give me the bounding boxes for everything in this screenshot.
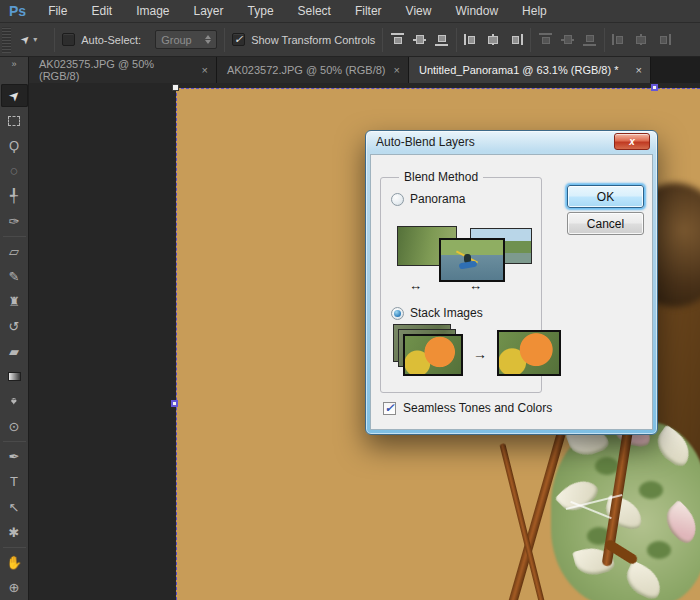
eraser-tool[interactable]: ▰ <box>1 340 28 363</box>
dialog-close-button[interactable]: x <box>614 133 650 150</box>
close-icon[interactable]: × <box>394 64 400 76</box>
panorama-radio-label: Panorama <box>410 192 465 206</box>
crop-icon: ╃ <box>10 189 18 202</box>
distribute-left-edges-icon[interactable] <box>612 33 627 46</box>
crop-tool[interactable]: ╃ <box>1 184 28 207</box>
dodge-tool[interactable]: ⊙ <box>1 415 28 438</box>
auto-select-label: Auto-Select: <box>81 34 141 46</box>
tool-preset-picker[interactable]: ➤ ▾ <box>15 31 43 48</box>
quick-selection-icon: ◌ <box>10 164 18 177</box>
align-bottom-edges-icon[interactable] <box>434 33 449 46</box>
history-brush-tool[interactable]: ↺ <box>1 315 28 338</box>
menu-item-select[interactable]: Select <box>286 0 343 23</box>
divider <box>530 28 531 52</box>
menu-item-edit[interactable]: Edit <box>79 0 124 23</box>
close-icon: x <box>629 136 635 147</box>
align-horizontal-centers-icon[interactable] <box>486 33 501 46</box>
close-icon[interactable]: × <box>636 64 642 76</box>
menu-item-type[interactable]: Type <box>236 0 286 23</box>
rectangular-marquee-icon <box>8 116 20 126</box>
move-tool-icon: ➤ <box>6 87 23 104</box>
transform-handle-top-left[interactable] <box>172 84 179 91</box>
eyedropper-icon: ✑ <box>9 215 20 228</box>
stack-front-photo <box>403 334 463 376</box>
path-selection-icon: ↖ <box>9 501 20 514</box>
dropdown-arrows-icon <box>205 35 211 44</box>
chevron-down-icon: ▾ <box>33 35 37 44</box>
rectangular-marquee-tool[interactable] <box>1 109 28 132</box>
dialog-title: Auto-Blend Layers <box>376 135 475 149</box>
brush-tool[interactable]: ✎ <box>1 265 28 288</box>
distribute-vertical-centers-icon[interactable] <box>560 33 575 46</box>
stack-images-radio[interactable]: Stack Images <box>391 306 483 320</box>
overlap-arrow-icon: ↔ <box>409 278 422 293</box>
checkbox-checked-icon[interactable]: ✓ <box>383 402 396 415</box>
blend-method-group-label: Blend Method <box>399 170 483 184</box>
quick-selection-tool[interactable]: ◌ <box>1 159 28 182</box>
seamless-tones-checkbox-row[interactable]: ✓ Seamless Tones and Colors <box>383 401 552 415</box>
eyedropper-tool[interactable]: ✑ <box>1 209 28 232</box>
radio-unselected-icon <box>391 193 404 206</box>
close-icon[interactable]: × <box>202 64 208 76</box>
type-tool[interactable]: T <box>1 470 28 493</box>
auto-select-checkbox[interactable] <box>62 33 75 46</box>
menu-item-layer[interactable]: Layer <box>182 0 236 23</box>
distribute-right-edges-icon[interactable] <box>656 33 671 46</box>
show-transform-controls-checkbox[interactable]: ✓ <box>232 33 245 46</box>
move-tool-icon: ➤ <box>18 32 34 48</box>
group-dropdown[interactable]: Group <box>155 30 217 49</box>
align-left-edges-icon[interactable] <box>464 33 479 46</box>
menu-item-view[interactable]: View <box>394 0 444 23</box>
spot-healing-brush-tool[interactable]: ▱ <box>1 240 28 263</box>
ok-button[interactable]: OK <box>567 185 644 208</box>
panorama-radio[interactable]: Panorama <box>391 192 465 206</box>
distribute-bottom-edges-icon[interactable] <box>582 33 597 46</box>
flower-green-gap <box>639 481 663 499</box>
lasso-tool[interactable]: Ϙ <box>1 134 28 157</box>
menu-item-image[interactable]: Image <box>124 0 181 23</box>
group-dropdown-value: Group <box>161 34 192 46</box>
menu-item-help[interactable]: Help <box>510 0 559 23</box>
dialog-body: Blend Method Panorama ↔ ↔ <box>370 154 653 430</box>
custom-shape-tool[interactable]: ✱ <box>1 521 28 544</box>
align-vertical-centers-icon[interactable] <box>412 33 427 46</box>
photoshop-logo: Ps <box>0 3 36 19</box>
clone-stamp-tool[interactable]: ♜ <box>1 290 28 313</box>
history-brush-icon: ↺ <box>9 320 20 333</box>
gradient-tool[interactable] <box>1 365 28 388</box>
distribute-horizontal-centers-icon[interactable] <box>634 33 649 46</box>
align-right-edges-icon[interactable] <box>508 33 523 46</box>
blend-method-group: Blend Method Panorama ↔ ↔ <box>380 177 542 393</box>
pen-tool[interactable]: ✒ <box>1 445 28 468</box>
distribute-top-edges-icon[interactable] <box>538 33 553 46</box>
path-selection-tool[interactable]: ↖ <box>1 496 28 519</box>
blur-tool[interactable]: ♠ <box>1 390 28 413</box>
align-top-edges-icon[interactable] <box>390 33 405 46</box>
dialog-titlebar[interactable]: Auto-Blend Layers x <box>366 131 657 154</box>
transform-handle-top-center[interactable] <box>651 84 658 91</box>
result-arrow-icon: → <box>473 346 487 362</box>
collapse-panels-icon[interactable]: » <box>0 57 29 83</box>
move-tool[interactable]: ➤ <box>1 84 28 107</box>
divider <box>456 28 457 52</box>
tab-untitled-panorama1[interactable]: Untitled_Panorama1 @ 63.1% (RGB/8) * × <box>409 57 651 83</box>
tab-ak023572[interactable]: AK023572.JPG @ 50% (RGB/8) × <box>217 57 409 83</box>
menu-item-window[interactable]: Window <box>443 0 510 23</box>
flower-green-gap <box>647 541 671 559</box>
divider <box>3 547 26 548</box>
menu-item-file[interactable]: File <box>36 0 79 23</box>
brush-icon: ✎ <box>9 270 20 283</box>
tab-ak023575[interactable]: AK023575.JPG @ 50% (RGB/8) × <box>29 57 217 83</box>
seamless-tones-label: Seamless Tones and Colors <box>403 401 552 415</box>
auto-blend-layers-dialog: Auto-Blend Layers x Blend Method Panoram… <box>365 130 658 435</box>
transform-handle-middle-left[interactable] <box>171 400 178 407</box>
zoom-tool[interactable]: ⊕ <box>1 576 28 599</box>
cancel-button[interactable]: Cancel <box>567 212 644 235</box>
eraser-icon: ▰ <box>9 345 19 358</box>
divider <box>3 236 26 237</box>
divider <box>224 28 225 52</box>
menu-item-filter[interactable]: Filter <box>343 0 394 23</box>
options-bar-grip[interactable] <box>2 27 11 53</box>
stack-images-illustration: → <box>393 324 535 388</box>
hand-tool[interactable]: ✋ <box>1 551 28 574</box>
